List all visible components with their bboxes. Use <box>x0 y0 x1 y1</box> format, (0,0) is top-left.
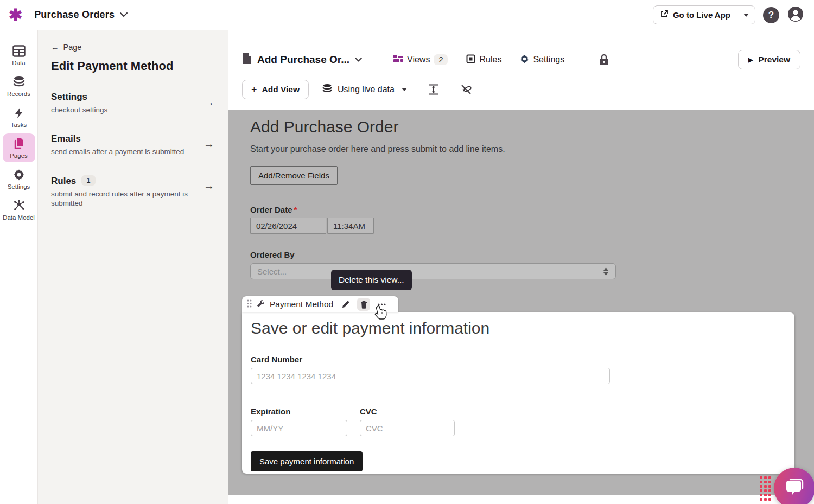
delete-view-button[interactable] <box>357 298 370 311</box>
views-count-badge: 2 <box>434 54 448 65</box>
section-title: Emails <box>51 133 81 144</box>
main-area: Add Purchase Or... Views 2 Rules <box>228 30 814 504</box>
forward-arrow-icon: → <box>204 96 214 109</box>
help-button[interactable]: ? <box>763 7 779 23</box>
sidebar-item-label: Data <box>12 60 25 66</box>
mouse-cursor-hand <box>373 304 387 322</box>
sidebar-item-data[interactable]: Data <box>3 41 35 69</box>
add-view-label: Add View <box>262 85 300 94</box>
preview-label: Preview <box>758 55 790 65</box>
order-date-input[interactable] <box>250 218 326 234</box>
back-to-page-link[interactable]: ← Page <box>51 43 215 52</box>
sidebar-item-label: Records <box>7 91 30 97</box>
data-table-icon <box>12 44 26 58</box>
form-view-title: Add Purchase Order <box>250 118 814 136</box>
order-time-input[interactable] <box>327 218 374 234</box>
views-icon <box>393 55 403 65</box>
wrench-icon <box>257 299 265 310</box>
add-remove-fields-button[interactable]: Add/Remove Fields <box>250 166 338 185</box>
knack-logo-icon: ✱ <box>9 7 22 23</box>
payment-form-view: Save or edit payment information Card Nu… <box>242 312 794 474</box>
sidebar-item-records[interactable]: Records <box>3 72 35 100</box>
card-number-input[interactable] <box>251 368 610 384</box>
data-model-network-icon <box>12 199 26 212</box>
pages-icon <box>12 137 26 150</box>
drag-handle-icon[interactable] <box>247 299 252 310</box>
card-number-label: Card Number <box>251 355 786 364</box>
sidebar-item-tasks[interactable]: Tasks <box>3 103 35 131</box>
document-icon <box>242 53 252 67</box>
section-settings[interactable]: Settings checkout settings → <box>51 92 215 115</box>
sidebar-item-label: Tasks <box>11 122 27 128</box>
section-title: Settings <box>51 92 87 103</box>
gear-icon <box>520 54 529 66</box>
go-to-live-app-button[interactable]: Go to Live App <box>653 6 737 24</box>
sidebar-item-data-model[interactable]: Data Model <box>3 195 35 224</box>
section-title: Rules <box>51 176 76 187</box>
account-avatar[interactable] <box>787 5 804 25</box>
expiration-input[interactable] <box>251 420 347 436</box>
current-page-title: Add Purchase Or... <box>257 54 349 66</box>
tasks-lightning-icon <box>14 106 24 119</box>
disable-inline-edit-icon[interactable] <box>460 84 472 95</box>
app-switcher-chevron-icon[interactable] <box>120 12 128 17</box>
sidebar-item-label: Pages <box>10 152 28 159</box>
select-updown-icon <box>603 267 609 277</box>
tab-settings-label: Settings <box>533 55 564 65</box>
records-database-icon <box>12 75 26 88</box>
rules-count-badge: 1 <box>81 175 96 186</box>
nav-rail: Data Records Tasks Pages Settings <box>0 30 38 504</box>
section-emails[interactable]: Emails send emails after a payment is su… <box>51 133 215 157</box>
back-arrow-icon: ← <box>51 43 59 52</box>
add-view-button[interactable]: + Add View <box>242 80 309 99</box>
go-to-live-app-split-button: Go to Live App <box>653 5 755 24</box>
gear-icon <box>13 168 25 181</box>
tab-rules[interactable]: Rules <box>466 54 501 66</box>
fit-height-icon[interactable] <box>429 84 438 95</box>
back-link-label: Page <box>63 43 82 52</box>
order-date-label: Order Date* <box>250 205 814 214</box>
go-to-live-app-label: Go to Live App <box>673 10 730 20</box>
payment-view-title: Payment Method <box>270 299 333 309</box>
rules-icon <box>466 54 475 66</box>
question-icon: ? <box>768 10 774 21</box>
section-desc: submit and record rules after a payment … <box>51 190 194 208</box>
edit-view-button[interactable] <box>339 298 352 311</box>
page-title: Edit Payment Method <box>51 59 215 73</box>
builder-toolbar: + Add View Using live data <box>228 78 814 101</box>
payment-form-heading: Save or edit payment information <box>251 319 786 337</box>
page-editor-header: Add Purchase Or... Views 2 Rules <box>228 47 814 72</box>
ordered-by-select[interactable]: Select... <box>250 263 616 279</box>
sidebar-item-label: Data Model <box>3 214 35 221</box>
data-mode-label: Using live data <box>338 85 395 94</box>
save-payment-button[interactable]: Save payment information <box>251 451 363 471</box>
section-rules[interactable]: Rules1 submit and record rules after a p… <box>51 175 215 208</box>
ordered-by-label: Ordered By <box>250 250 814 259</box>
page-sidebar: ← Page Edit Payment Method Settings chec… <box>38 30 228 504</box>
database-icon <box>322 84 333 95</box>
delete-view-tooltip: Delete this view... <box>331 270 412 290</box>
tab-settings[interactable]: Settings <box>520 54 564 66</box>
plus-icon: + <box>251 86 257 93</box>
tab-rules-label: Rules <box>479 55 501 65</box>
external-link-icon <box>660 10 669 20</box>
chat-widget-button[interactable] <box>774 468 814 504</box>
tab-views-label: Views <box>407 55 430 65</box>
data-mode-dropdown[interactable]: Using live data <box>322 84 407 95</box>
top-bar: ✱ Purchase Orders Go to Live App ? <box>0 0 814 30</box>
tab-views[interactable]: Views 2 <box>393 54 448 65</box>
play-icon: ▶ <box>748 56 753 63</box>
preview-button[interactable]: ▶ Preview <box>738 50 800 69</box>
caret-down-icon <box>743 14 749 17</box>
current-page-selector[interactable]: Add Purchase Or... <box>242 53 362 67</box>
sidebar-item-pages[interactable]: Pages <box>3 133 35 162</box>
sidebar-item-settings[interactable]: Settings <box>3 164 35 193</box>
forward-arrow-icon: → <box>204 138 214 150</box>
chevron-down-icon <box>355 58 362 62</box>
go-to-live-app-dropdown[interactable] <box>737 6 755 24</box>
caret-down-icon <box>402 88 407 91</box>
cvc-input[interactable] <box>360 420 455 436</box>
select-placeholder: Select... <box>257 267 287 276</box>
form-view-description: Start your purchase order here and press… <box>250 144 814 154</box>
lock-icon[interactable] <box>599 54 609 66</box>
